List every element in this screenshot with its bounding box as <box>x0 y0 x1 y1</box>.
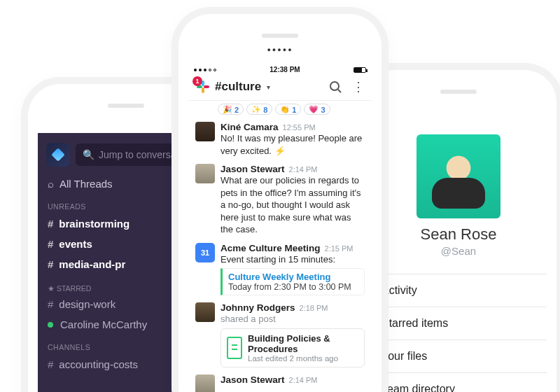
event-title: Culture Weekly Meeting <box>228 272 358 282</box>
status-bar: 12:38 PM <box>188 63 372 75</box>
menu-activity[interactable]: Activity <box>370 274 547 307</box>
message-time: 2:15 PM <box>325 244 354 253</box>
hash-icon: # <box>48 218 53 230</box>
message-time: 2:14 PM <box>289 376 318 384</box>
message[interactable]: Jason Stewart2:14 PM <box>188 372 372 392</box>
svg-line-5 <box>338 90 341 92</box>
dm-label: Caroline McCarthy <box>60 318 147 330</box>
message-post[interactable]: Johnny Rodgers2:18 PM shared a post Buil… <box>188 300 372 372</box>
profile-screen: Sean Rose @Sean Activity Starred items Y… <box>370 119 547 392</box>
overflow-icon[interactable]: ⋮ <box>352 80 365 93</box>
hash-icon: # <box>48 358 53 370</box>
document-meta: Last edited 2 months ago <box>248 354 358 363</box>
reaction[interactable]: ✨8 <box>246 104 272 115</box>
reaction[interactable]: 👏1 <box>275 104 301 115</box>
reaction-bar: 🎉2 ✨8 👏1 💗3 <box>188 101 372 119</box>
hash-icon: # <box>48 298 53 310</box>
profile-menu: Activity Starred items Your files Team d… <box>370 274 547 392</box>
clock: 12:38 PM <box>270 66 300 74</box>
message[interactable]: Jason Stewart2:14 PM What are our polici… <box>188 161 372 240</box>
all-threads-label: All Threads <box>59 178 113 190</box>
workspace-logo[interactable] <box>46 143 70 167</box>
message-author: Acme Culture Meeting <box>220 243 321 253</box>
phone-speaker <box>262 34 298 38</box>
message-body: What are our policies in regards to pets… <box>220 174 365 236</box>
battery-icon <box>354 67 366 73</box>
profile-handle: @Sean <box>370 245 547 257</box>
notification-badge: 1 <box>192 76 202 86</box>
channel-label: design-work <box>59 298 115 310</box>
calendar-icon: 31 <box>195 243 215 262</box>
channel-label: events <box>59 238 92 250</box>
menu-starred-items[interactable]: Starred items <box>370 307 547 340</box>
menu-team-directory[interactable]: Team directory <box>370 372 547 392</box>
svg-point-4 <box>330 82 339 90</box>
message-author: Kiné Camara <box>220 122 279 132</box>
signal-icon <box>194 69 216 71</box>
menu-your-files[interactable]: Your files <box>370 340 547 372</box>
svg-rect-3 <box>204 85 209 88</box>
search-icon: 🔍 <box>83 149 94 160</box>
document-title: Building Policies & Procedures <box>248 333 358 354</box>
message-time: 2:14 PM <box>289 165 318 174</box>
message-author: Jason Stewart <box>220 374 285 385</box>
svg-rect-1 <box>202 88 204 93</box>
channel-label: brainstorming <box>59 218 130 230</box>
reaction[interactable]: 🎉2 <box>218 104 244 115</box>
avatar[interactable] <box>195 164 215 183</box>
phone-speaker <box>108 104 144 108</box>
phone-speaker <box>440 90 477 94</box>
reaction[interactable]: 💗3 <box>304 104 330 115</box>
message-event[interactable]: 31 Acme Culture Meeting2:15 PM Event sta… <box>188 240 372 300</box>
phone-dots: ●●●●● <box>267 46 293 53</box>
channel-screen: 12:38 PM 1 #culture ▾ ⋮ 🎉2 ✨8 👏1 💗3 Kiné… <box>188 63 372 392</box>
event-detail: Today from 2:30 PM to 3:00 PM <box>228 282 358 292</box>
message-time: 2:18 PM <box>300 304 328 312</box>
message-author: Johnny Rodgers <box>220 302 295 313</box>
channel-label: accounting-costs <box>59 358 138 370</box>
avatar[interactable] <box>195 374 215 392</box>
profile-name: Sean Rose <box>370 225 547 244</box>
avatar[interactable] <box>195 302 215 322</box>
star-icon: ★ <box>48 284 55 293</box>
presence-icon <box>48 322 53 328</box>
channel-label: media-and-pr <box>59 258 125 270</box>
profile-avatar[interactable] <box>416 134 500 218</box>
channel-name[interactable]: #culture <box>215 80 261 94</box>
hash-icon: # <box>48 258 53 270</box>
threads-icon: ⌕ <box>48 178 54 190</box>
document-attachment[interactable]: Building Policies & Procedures Last edit… <box>220 328 365 368</box>
hash-icon: # <box>48 238 53 250</box>
message[interactable]: Kiné Camara12:55 PM No! It was my pleasu… <box>188 119 372 161</box>
message-subtitle: shared a post <box>220 313 365 326</box>
channel-header: 1 #culture ▾ ⋮ <box>188 75 372 101</box>
message-subtitle: Event starting in 15 minutes: <box>220 253 365 266</box>
avatar[interactable] <box>195 122 215 141</box>
phone-channel: ●●●●● 12:38 PM 1 #culture ▾ ⋮ 🎉2 ✨8 👏1 💗… <box>178 14 382 392</box>
message-time: 12:55 PM <box>283 123 316 132</box>
search-icon[interactable] <box>328 80 342 94</box>
message-author: Jason Stewart <box>220 164 285 174</box>
chevron-down-icon[interactable]: ▾ <box>267 83 270 91</box>
slack-logo[interactable]: 1 <box>195 79 211 94</box>
event-attachment[interactable]: Culture Weekly Meeting Today from 2:30 P… <box>220 268 365 295</box>
document-icon <box>227 337 242 359</box>
phone-profile: Sean Rose @Sean Activity Starred items Y… <box>360 70 556 392</box>
message-body: No! It was my pleasure! People are very … <box>220 132 365 157</box>
